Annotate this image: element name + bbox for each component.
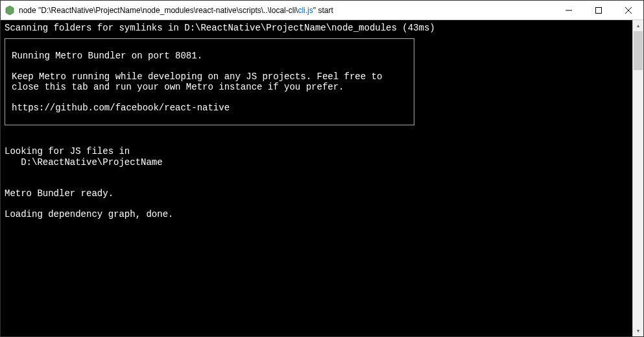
- blank-line: [5, 168, 628, 178]
- output-line: Looking for JS files in: [5, 146, 628, 156]
- title-suffix: " start: [313, 6, 333, 15]
- title-prefix: node "D:\ReactNative\ProjectName\node_mo…: [19, 6, 298, 15]
- svg-rect-2: [596, 7, 602, 13]
- output-line: close this tab and run your own Metro in…: [12, 82, 407, 92]
- blank-line: [5, 125, 628, 136]
- window-title: node "D:\ReactNative\ProjectName\node_mo…: [19, 6, 554, 15]
- terminal-area: Scanning folders for symlinks in D:\Reac…: [1, 20, 643, 336]
- output-line: Metro Bundler ready.: [5, 188, 628, 199]
- scroll-up-arrow[interactable]: ▴: [633, 20, 643, 31]
- output-line: Keep Metro running while developing on a…: [12, 71, 407, 82]
- title-cli: cli.js: [298, 6, 313, 15]
- scroll-down-arrow[interactable]: ▾: [633, 325, 643, 336]
- vertical-scrollbar[interactable]: ▴ ▾: [632, 20, 643, 336]
- scrollbar-thumb[interactable]: [634, 31, 643, 70]
- output-line: D:\ReactNative\ProjectName: [5, 157, 628, 168]
- maximize-button[interactable]: [584, 1, 614, 19]
- close-button[interactable]: [614, 1, 643, 19]
- blank-line: [5, 178, 628, 188]
- output-line: Loading dependency graph, done.: [5, 209, 628, 219]
- metro-info-box: Running Metro Bundler on port 8081.Keep …: [5, 38, 414, 125]
- node-icon: [5, 5, 15, 16]
- output-line: Running Metro Bundler on port 8081.: [12, 51, 407, 61]
- titlebar: node "D:\ReactNative\ProjectName\node_mo…: [1, 1, 643, 20]
- window-controls: [554, 1, 643, 19]
- blank-line: [5, 199, 628, 209]
- svg-marker-0: [6, 6, 14, 15]
- terminal-output[interactable]: Scanning folders for symlinks in D:\Reac…: [1, 20, 632, 336]
- minimize-button[interactable]: [554, 1, 584, 19]
- blank-line: [5, 136, 628, 146]
- terminal-window: node "D:\ReactNative\ProjectName\node_mo…: [0, 0, 644, 337]
- output-link: https://github.com/facebook/react-native: [12, 103, 407, 113]
- blank-line: [12, 92, 407, 103]
- blank-line: [12, 61, 407, 71]
- output-line: Scanning folders for symlinks in D:\Reac…: [5, 23, 628, 33]
